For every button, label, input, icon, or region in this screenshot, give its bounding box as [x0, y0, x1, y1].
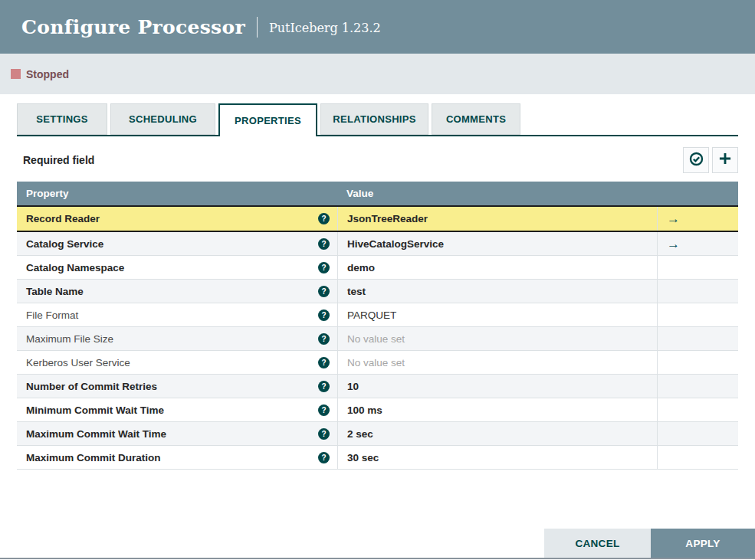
- property-value: test: [347, 286, 366, 297]
- tab-properties[interactable]: PROPERTIES: [218, 103, 317, 136]
- required-field-label: Required field: [17, 154, 94, 166]
- property-row[interactable]: Catalog Namespace ? demo: [17, 256, 738, 280]
- property-name-cell: Kerberos User Service ?: [17, 351, 337, 374]
- stopped-status-icon: [11, 69, 21, 79]
- add-property-button[interactable]: [712, 147, 738, 173]
- property-value-cell[interactable]: 10: [337, 375, 657, 398]
- apply-button[interactable]: APPLY: [651, 529, 755, 558]
- property-value: 2 sec: [347, 428, 373, 440]
- property-row[interactable]: Record Reader ? JsonTreeReader →: [17, 205, 738, 232]
- property-value: demo: [347, 262, 375, 273]
- status-bar: Stopped: [0, 54, 755, 94]
- property-value: 10: [347, 381, 359, 392]
- property-name: Number of Commit Retries: [26, 381, 157, 392]
- property-help-icon[interactable]: ?: [318, 286, 330, 297]
- tab-relationships[interactable]: RELATIONSHIPS: [320, 103, 428, 135]
- property-help-icon[interactable]: ?: [318, 262, 330, 273]
- property-value-cell[interactable]: demo: [337, 256, 657, 279]
- property-help-icon[interactable]: ?: [318, 381, 330, 392]
- window-bottom-edge: [0, 558, 755, 559]
- property-name: File Format: [26, 309, 78, 321]
- property-name: Kerberos User Service: [26, 357, 130, 368]
- goto-cell: [657, 446, 738, 469]
- tab-comments[interactable]: COMMENTS: [432, 103, 520, 135]
- goto-cell: [657, 422, 738, 445]
- property-row[interactable]: Maximum Commit Wait Time ? 2 sec: [17, 422, 738, 446]
- property-value: No value set: [347, 357, 405, 368]
- property-row[interactable]: Number of Commit Retries ? 10: [17, 375, 738, 398]
- goto-cell: [657, 256, 738, 279]
- goto-cell: [657, 398, 738, 421]
- goto-cell: [657, 280, 738, 303]
- property-row[interactable]: Minimum Commit Wait Time ? 100 ms: [17, 398, 738, 422]
- property-row[interactable]: Kerberos User Service ? No value set: [17, 351, 738, 375]
- tab-settings[interactable]: SETTINGS: [17, 103, 107, 135]
- goto-cell: [657, 351, 738, 374]
- properties-table: Property Value Record Reader ? JsonTreeR…: [17, 182, 738, 470]
- property-value: 100 ms: [347, 404, 382, 416]
- footer-actions: CANCEL APPLY: [544, 529, 755, 558]
- goto-cell: →: [657, 232, 738, 255]
- property-value: PARQUET: [347, 309, 396, 321]
- verify-check-circle-icon: [689, 152, 704, 169]
- property-help-icon[interactable]: ?: [318, 404, 330, 416]
- property-value-cell[interactable]: No value set: [337, 351, 657, 374]
- property-row[interactable]: Catalog Service ? HiveCatalogService →: [17, 232, 738, 256]
- property-name-cell: Table Name ?: [17, 280, 337, 303]
- verify-properties-button[interactable]: [683, 147, 709, 173]
- cancel-button[interactable]: CANCEL: [544, 529, 651, 558]
- property-name: Catalog Service: [26, 238, 103, 250]
- property-help-icon[interactable]: ?: [318, 238, 330, 250]
- toolbar-actions: [683, 147, 738, 173]
- table-header-row: Property Value: [17, 182, 738, 205]
- goto-cell: [657, 303, 738, 326]
- properties-toolbar: Required field: [17, 147, 738, 173]
- property-name-cell: Maximum File Size ?: [17, 327, 337, 350]
- goto-service-arrow-icon[interactable]: →: [667, 237, 680, 251]
- property-help-icon[interactable]: ?: [318, 357, 330, 368]
- property-help-icon[interactable]: ?: [318, 428, 330, 440]
- property-name: Catalog Namespace: [26, 262, 124, 273]
- property-help-icon[interactable]: ?: [318, 333, 330, 345]
- value-column-header: Value: [337, 182, 657, 205]
- tab-scheduling[interactable]: SCHEDULING: [110, 103, 215, 135]
- property-value-cell[interactable]: 100 ms: [337, 398, 657, 421]
- status-label: Stopped: [26, 68, 69, 80]
- property-name: Maximum File Size: [26, 333, 113, 345]
- property-column-header: Property: [17, 182, 337, 205]
- property-name-cell: Catalog Service ?: [17, 232, 337, 255]
- tab-label: PROPERTIES: [235, 115, 301, 126]
- property-value: No value set: [347, 333, 405, 345]
- property-value-cell[interactable]: No value set: [337, 327, 657, 350]
- property-name-cell: Minimum Commit Wait Time ?: [17, 398, 337, 421]
- add-property-plus-icon: [717, 151, 733, 169]
- goto-cell: →: [657, 207, 738, 231]
- property-name-cell: Maximum Commit Wait Time ?: [17, 422, 337, 445]
- property-name-cell: Record Reader ?: [17, 207, 337, 231]
- table-rows: Record Reader ? JsonTreeReader → Catalog…: [17, 205, 738, 470]
- property-name: Minimum Commit Wait Time: [26, 404, 164, 416]
- tab-label: SETTINGS: [36, 113, 87, 125]
- property-value-cell[interactable]: JsonTreeReader: [337, 207, 657, 231]
- property-row[interactable]: Maximum Commit Duration ? 30 sec: [17, 446, 738, 470]
- property-help-icon[interactable]: ?: [318, 309, 330, 321]
- tab-label: COMMENTS: [446, 113, 506, 125]
- property-value-cell[interactable]: PARQUET: [337, 303, 657, 326]
- processor-type-version: PutIceberg 1.23.2: [269, 21, 381, 35]
- goto-service-arrow-icon[interactable]: →: [667, 212, 680, 225]
- property-value-cell[interactable]: HiveCatalogService: [337, 232, 657, 255]
- property-value-cell[interactable]: 30 sec: [337, 446, 657, 469]
- goto-cell: [657, 327, 738, 350]
- dialog-title: Configure Processor: [21, 16, 245, 38]
- property-name-cell: Catalog Namespace ?: [17, 256, 337, 279]
- property-help-icon[interactable]: ?: [318, 452, 330, 463]
- tab-bar: SETTINGS SCHEDULING PROPERTIES RELATIONS…: [17, 103, 738, 136]
- property-row[interactable]: File Format ? PARQUET: [17, 303, 738, 327]
- property-row[interactable]: Table Name ? test: [17, 280, 738, 303]
- property-value-cell[interactable]: 2 sec: [337, 422, 657, 445]
- property-name-cell: Number of Commit Retries ?: [17, 375, 337, 398]
- property-help-icon[interactable]: ?: [318, 213, 330, 224]
- property-name: Maximum Commit Duration: [26, 452, 161, 463]
- property-value-cell[interactable]: test: [337, 280, 657, 303]
- property-row[interactable]: Maximum File Size ? No value set: [17, 327, 738, 351]
